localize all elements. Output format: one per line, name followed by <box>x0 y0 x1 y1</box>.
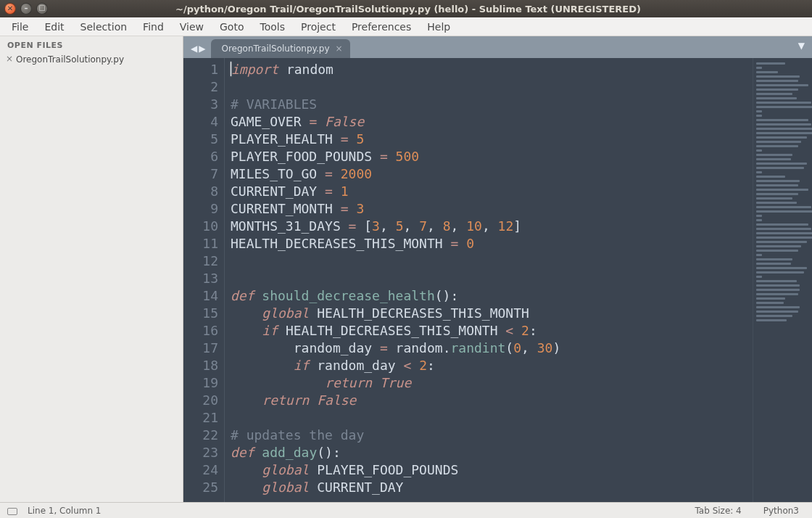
line-number: 22 <box>183 427 218 444</box>
minimap-line <box>756 158 791 160</box>
code-line: if random_day < 2: <box>231 357 753 374</box>
menu-help[interactable]: Help <box>420 19 457 35</box>
minimap-line <box>756 176 785 178</box>
minimap-line <box>756 193 798 195</box>
minimap-line <box>756 197 792 200</box>
menu-selection[interactable]: Selection <box>73 19 135 35</box>
menu-find[interactable]: Find <box>136 19 171 35</box>
minimap-line <box>756 215 762 217</box>
line-number: 7 <box>183 165 218 183</box>
panel-switcher-icon[interactable] <box>7 508 17 515</box>
line-number: 2 <box>183 78 218 96</box>
code-line: if HEALTH_DECREASES_THIS_MONTH < 2: <box>231 322 753 340</box>
code-editor[interactable]: import random # VARIABLESGAME_OVER = Fal… <box>224 58 753 502</box>
minimap-line <box>756 84 808 86</box>
line-number: 1 <box>183 61 218 78</box>
minimap-line <box>756 258 792 260</box>
minimap-line <box>756 237 812 239</box>
minimap-line <box>756 306 800 308</box>
open-files-header: OPEN FILES <box>0 36 183 53</box>
line-number: 10 <box>183 218 218 235</box>
minimap-line <box>756 89 798 91</box>
line-number: 19 <box>183 374 218 392</box>
minimap-line <box>756 62 785 65</box>
statusbar: Line 1, Column 1 Tab Size: 4 Python3 <box>0 502 812 518</box>
code-line: return False <box>231 392 753 409</box>
minimap-line <box>756 136 807 139</box>
editor-region: ◀ ▶ OregonTrailSolutionpy.py × ▼ 1234567… <box>183 36 812 502</box>
menu-view[interactable]: View <box>173 19 211 35</box>
minimap-line <box>756 128 812 130</box>
minimap-line <box>756 276 762 278</box>
minimap-line <box>756 284 800 287</box>
tab-label: OregonTrailSolutionpy.py <box>221 44 329 54</box>
minimap[interactable] <box>753 58 812 502</box>
code-line <box>231 270 753 287</box>
minimap-line <box>756 141 801 143</box>
minimap-line <box>756 106 812 108</box>
minimap-line <box>756 115 762 117</box>
code-line: def should_decrease_health(): <box>231 287 753 305</box>
line-number: 23 <box>183 444 218 461</box>
syntax-mode[interactable]: Python3 <box>758 506 805 516</box>
minimap-line <box>756 184 798 186</box>
minimap-line <box>756 202 797 204</box>
line-number: 5 <box>183 131 218 148</box>
tab-size[interactable]: Tab Size: 4 <box>689 506 747 516</box>
minimap-line <box>756 149 762 152</box>
minimap-line <box>756 219 762 221</box>
window-title: ~/python/Oregon Trail/OregonTrailSolutio… <box>9 4 808 15</box>
open-files-list: OregonTrailSolutionpy.py <box>0 53 183 66</box>
editor-body: 1234567891011121314151617181920212223242… <box>183 58 812 502</box>
code-line <box>231 78 753 96</box>
minimap-line <box>756 163 807 165</box>
minimap-line <box>756 123 811 126</box>
nav-back-icon[interactable]: ◀ <box>191 44 197 54</box>
minimap-line <box>756 206 811 208</box>
minimap-line <box>756 315 792 317</box>
line-number: 8 <box>183 183 218 200</box>
minimap-line <box>756 180 800 182</box>
minimap-line <box>756 280 797 282</box>
menu-tools[interactable]: Tools <box>252 19 292 35</box>
line-number: 16 <box>183 322 218 340</box>
code-line: MILES_TO_GO = 2000 <box>231 165 753 183</box>
minimap-line <box>756 93 792 95</box>
menu-file[interactable]: File <box>4 19 36 35</box>
file-tab[interactable]: OregonTrailSolutionpy.py × <box>211 39 349 58</box>
code-line: global CURRENT_DAY <box>231 479 753 496</box>
line-number: 12 <box>183 252 218 270</box>
line-number: 9 <box>183 200 218 218</box>
line-number-gutter: 1234567891011121314151617181920212223242… <box>183 58 224 502</box>
minimap-line <box>756 271 804 274</box>
minimap-line <box>756 232 812 234</box>
menu-preferences[interactable]: Preferences <box>344 19 418 35</box>
line-number: 6 <box>183 148 218 165</box>
line-number: 25 <box>183 479 218 496</box>
cursor-position[interactable]: Line 1, Column 1 <box>28 506 102 516</box>
line-number: 17 <box>183 340 218 357</box>
minimap-line <box>756 167 804 169</box>
code-line: CURRENT_DAY = 1 <box>231 183 753 200</box>
tab-close-icon[interactable]: × <box>335 44 342 54</box>
menu-edit[interactable]: Edit <box>37 19 71 35</box>
tab-overflow-icon[interactable]: ▼ <box>798 41 805 51</box>
tabstrip: ◀ ▶ OregonTrailSolutionpy.py × ▼ <box>183 36 812 58</box>
line-number: 3 <box>183 96 218 113</box>
titlebar: ✕ – ☐ ~/python/Oregon Trail/OregonTrailS… <box>0 0 812 17</box>
minimap-line <box>756 319 787 321</box>
nav-forward-icon[interactable]: ▶ <box>199 44 205 54</box>
menu-project[interactable]: Project <box>294 19 343 35</box>
code-line: # updates the day <box>231 427 753 444</box>
code-line: CURRENT_MONTH = 3 <box>231 200 753 218</box>
line-number: 11 <box>183 235 218 252</box>
minimap-line <box>756 223 808 226</box>
line-number: 15 <box>183 305 218 322</box>
menu-goto[interactable]: Goto <box>212 19 251 35</box>
line-number: 14 <box>183 287 218 305</box>
minimap-line <box>756 75 800 78</box>
open-file-item[interactable]: OregonTrailSolutionpy.py <box>0 53 183 66</box>
minimap-line <box>756 102 811 104</box>
minimap-line <box>756 67 762 69</box>
line-number: 13 <box>183 270 218 287</box>
